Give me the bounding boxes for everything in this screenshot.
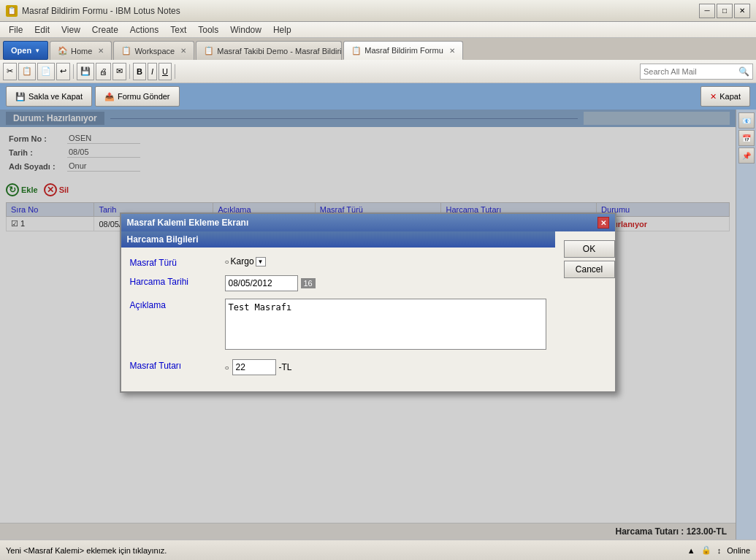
tab-workspace-close[interactable]: ✕	[180, 47, 186, 55]
menu-help[interactable]: Help	[267, 23, 297, 37]
undo-button[interactable]: ↩	[56, 63, 70, 80]
sidebar-calendar-icon[interactable]: 📅	[738, 130, 755, 146]
modal-title-bar: Masraf Kalemi Ekleme Ekranı ✕	[121, 214, 615, 231]
harcama-tarihi-input[interactable]	[225, 275, 298, 291]
modal-section-header: Harcama Bilgileri	[121, 231, 555, 248]
search-box[interactable]: 🔍	[640, 64, 753, 80]
modal-left: Harcama Bilgileri Masraf Türü ○ Kargo ▼	[121, 231, 555, 391]
menu-bar: File Edit View Create Actions Text Tools…	[0, 22, 756, 38]
window-controls: ─ □ ✕	[699, 4, 750, 18]
menu-actions[interactable]: Actions	[124, 23, 164, 37]
masraf-tutari-row: Masraf Tutarı ○ -TL	[130, 359, 546, 375]
copy-button[interactable]: 📋	[18, 63, 36, 80]
toolbar-separator-2	[129, 64, 130, 79]
menu-view[interactable]: View	[56, 23, 86, 37]
tab-masraf-form-close[interactable]: ✕	[449, 47, 455, 55]
menu-create[interactable]: Create	[86, 23, 124, 37]
radio-button-icon: ○	[225, 258, 229, 266]
sidebar-mail-icon[interactable]: 📧	[738, 112, 755, 129]
status-bar: Yeni <Masraf Kalemi> eklemek için tıklay…	[0, 540, 756, 560]
modal-overlay: Masraf Kalemi Ekleme Ekranı ✕ Harcama Bi…	[0, 110, 736, 540]
masraf-takibi-icon: 📋	[204, 46, 214, 55]
sync-icon: ↕	[717, 546, 722, 555]
status-hint: Yeni <Masraf Kalemi> eklemek için tıklay…	[6, 546, 167, 555]
save-toolbar-button[interactable]: 💾	[77, 63, 94, 80]
menu-text[interactable]: Text	[164, 23, 192, 37]
open-button[interactable]: Open ▼	[3, 41, 48, 60]
modal-content: Harcama Bilgileri Masraf Türü ○ Kargo ▼	[121, 231, 615, 391]
aciklama-label: Açıklama	[130, 299, 225, 310]
send-icon: 📤	[104, 92, 115, 101]
cut-button[interactable]: ✂	[3, 63, 17, 80]
minimize-button[interactable]: ─	[699, 4, 715, 18]
email-icon: ✉	[116, 66, 123, 76]
home-icon: 🏠	[58, 46, 68, 55]
tab-workspace[interactable]: 📋 Workspace ✕	[113, 41, 194, 60]
italic-button[interactable]: I	[148, 63, 157, 80]
save-icon: 💾	[80, 66, 91, 76]
aciklama-textarea[interactable]: Test Masrafı	[225, 299, 546, 350]
open-arrow-icon: ▼	[34, 47, 40, 54]
amount-radio-icon: ○	[225, 364, 229, 372]
menu-edit[interactable]: Edit	[28, 23, 56, 37]
send-form-button[interactable]: 📤 Formu Gönder	[95, 86, 180, 107]
modal-buttons: OK Cancel	[555, 231, 615, 391]
toolbar: ✂ 📋 📄 ↩ 💾 🖨 ✉ B I U 🔍	[0, 60, 756, 83]
dropdown-arrow-icon: ▼	[256, 257, 266, 266]
toolbar-separator	[73, 64, 74, 79]
email-button[interactable]: ✉	[112, 63, 126, 80]
cut-icon: ✂	[7, 66, 13, 76]
harcama-tarihi-control: 16	[225, 275, 546, 291]
status-bar-right: ▲ 🔒 ↕ Online	[687, 545, 750, 555]
form-area: Durum: Hazırlanıyor Form No : OSEN Tarih…	[0, 110, 736, 540]
modal-cancel-button[interactable]: Cancel	[564, 261, 615, 278]
save-close-button[interactable]: 💾 Sakla ve Kapat	[6, 86, 92, 107]
masraf-turu-label: Masraf Türü	[130, 256, 225, 268]
close-button[interactable]: ✕	[734, 4, 750, 18]
print-button[interactable]: 🖨	[96, 63, 111, 80]
masraf-turu-control: ○ Kargo ▼	[225, 256, 546, 266]
time-badge: 16	[301, 278, 316, 288]
search-input[interactable]	[644, 67, 738, 76]
tab-masraf-takibi[interactable]: 📋 Masraf Takibi Demo - Masraf Bildiri...…	[196, 41, 342, 60]
currency-label: -TL	[279, 362, 292, 372]
scroll-up-icon[interactable]: ▲	[687, 546, 695, 555]
underline-button[interactable]: U	[159, 63, 172, 80]
modal-body: Masraf Türü ○ Kargo ▼ Harcama Tarihi	[121, 248, 555, 391]
save-close-icon: 💾	[15, 92, 26, 101]
harcama-tarihi-row: Harcama Tarihi 16	[130, 275, 546, 291]
open-label: Open	[11, 46, 31, 55]
masraf-tutari-control: ○ -TL	[225, 359, 546, 375]
menu-file[interactable]: File	[3, 23, 28, 37]
sidebar-pin-icon[interactable]: 📌	[738, 147, 755, 164]
lock-icon: 🔒	[701, 545, 711, 555]
masraf-tutari-label: Masraf Tutarı	[130, 359, 225, 371]
online-label: Online	[727, 546, 750, 555]
kapat-icon: ✕	[710, 92, 717, 101]
masraf-turu-row: Masraf Türü ○ Kargo ▼	[130, 256, 546, 268]
search-icon: 🔍	[738, 66, 749, 77]
modal-close-button[interactable]: ✕	[597, 217, 609, 229]
print-icon: 🖨	[99, 67, 107, 76]
toolbar-separator-3	[175, 64, 175, 79]
aciklama-row: Açıklama Test Masrafı	[130, 299, 546, 352]
app-title: Masraf Bildirim Formu - IBM Lotus Notes	[22, 6, 699, 16]
tab-bar: Open ▼ 🏠 Home ✕ 📋 Workspace ✕ 📋 Masraf T…	[0, 38, 756, 60]
tab-home-close[interactable]: ✕	[98, 47, 104, 55]
maximize-button[interactable]: □	[717, 4, 733, 18]
masraf-tutari-input[interactable]	[232, 359, 276, 375]
masraf-form-icon: 📋	[351, 46, 362, 55]
modal-ok-button[interactable]: OK	[564, 240, 615, 258]
right-sidebar: 📧 📅 📌	[736, 110, 756, 540]
tab-masraf-form[interactable]: 📋 Masraf Bildirim Formu ✕	[343, 41, 463, 60]
paste-icon: 📄	[41, 66, 51, 76]
harcama-tarihi-label: Harcama Tarihi	[130, 275, 225, 287]
tab-home[interactable]: 🏠 Home ✕	[50, 41, 112, 60]
bold-button[interactable]: B	[133, 63, 146, 80]
menu-tools[interactable]: Tools	[192, 23, 224, 37]
kapat-button[interactable]: ✕ Kapat	[700, 86, 750, 107]
menu-window[interactable]: Window	[224, 23, 267, 37]
paste-button[interactable]: 📄	[37, 63, 55, 80]
modal-dialog: Masraf Kalemi Ekleme Ekranı ✕ Harcama Bi…	[120, 212, 616, 393]
modal-title: Masraf Kalemi Ekleme Ekranı	[127, 218, 249, 228]
